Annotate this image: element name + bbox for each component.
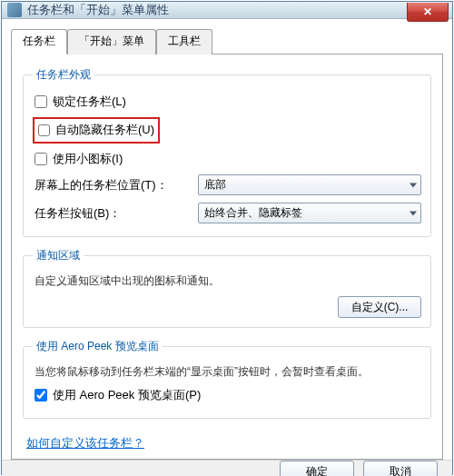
row-autohide-taskbar[interactable]: 自动隐藏任务栏(U) [33,117,160,144]
combo-taskbar-position[interactable]: 底部 [198,174,421,195]
checkbox-autohide-taskbar[interactable] [38,124,50,136]
tab-taskbar[interactable]: 任务栏 [11,29,67,55]
label-autohide-taskbar: 自动隐藏任务栏(U) [55,122,154,138]
tab-strip: 任务栏 「开始」菜单 工具栏 [11,29,443,55]
row-taskbar-position: 屏幕上的任务栏位置(T)： 底部 [35,174,421,195]
label-taskbar-buttons: 任务栏按钮(B)： [35,205,198,222]
group-aero-peek: 使用 Aero Peek 预览桌面 当您将鼠标移动到任务栏末端的“显示桌面”按钮… [23,339,431,419]
checkbox-lock-taskbar[interactable] [35,95,47,108]
chevron-down-icon [410,211,417,215]
group-taskbar-appearance-legend: 任务栏外观 [33,67,94,83]
label-small-icons: 使用小图标(I) [53,151,123,167]
tab-toolbars[interactable]: 工具栏 [156,29,212,55]
titlebar: 任务栏和「开始」菜单属性 ✕ [2,2,452,19]
ok-button[interactable]: 确定 [280,461,354,476]
dialog-window: 任务栏和「开始」菜单属性 ✕ 任务栏 「开始」菜单 工具栏 任务栏外观 锁定任务… [1,1,453,475]
label-lock-taskbar: 锁定任务栏(L) [53,94,126,110]
aero-desc: 当您将鼠标移动到任务栏末端的“显示桌面”按钮时，会暂时查看桌面。 [35,363,421,380]
combo-taskbar-position-value: 底部 [204,177,226,193]
combo-taskbar-buttons[interactable]: 始终合并、隐藏标签 [198,203,421,223]
label-aero-peek: 使用 Aero Peek 预览桌面(P) [53,387,201,403]
client-area: 任务栏 「开始」菜单 工具栏 任务栏外观 锁定任务栏(L) 自动隐藏任务栏(U) [2,19,452,460]
label-taskbar-position: 屏幕上的任务栏位置(T)： [35,177,198,193]
window-title: 任务栏和「开始」菜单属性 [27,2,169,18]
close-icon: ✕ [423,5,432,18]
close-button[interactable]: ✕ [407,3,449,22]
notification-desc: 自定义通知区域中出现的图标和通知。 [35,273,421,289]
row-lock-taskbar[interactable]: 锁定任务栏(L) [35,94,421,110]
tab-startmenu[interactable]: 「开始」菜单 [67,29,156,55]
tab-taskbar-panel: 任务栏外观 锁定任务栏(L) 自动隐藏任务栏(U) 使用小图标(I) [11,54,443,460]
checkbox-aero-peek[interactable] [35,389,47,402]
group-notification-area: 通知区域 自定义通知区域中出现的图标和通知。 自定义(C)... [23,248,431,328]
group-aero-peek-legend: 使用 Aero Peek 预览桌面 [33,339,163,354]
group-notification-area-legend: 通知区域 [33,248,84,263]
row-taskbar-buttons: 任务栏按钮(B)： 始终合并、隐藏标签 [35,203,421,223]
customize-button[interactable]: 自定义(C)... [338,296,421,318]
row-aero-peek[interactable]: 使用 Aero Peek 预览桌面(P) [35,387,421,403]
dialog-footer: 确定 取消 [2,460,452,476]
group-taskbar-appearance: 任务栏外观 锁定任务栏(L) 自动隐藏任务栏(U) 使用小图标(I) [23,67,431,237]
link-how-customize[interactable]: 如何自定义该任务栏？ [26,435,144,451]
checkbox-small-icons[interactable] [35,153,47,165]
row-small-icons[interactable]: 使用小图标(I) [35,151,421,167]
window-icon [7,3,22,17]
chevron-down-icon [410,183,417,187]
combo-taskbar-buttons-value: 始终合并、隐藏标签 [204,205,302,221]
cancel-button[interactable]: 取消 [363,461,438,476]
